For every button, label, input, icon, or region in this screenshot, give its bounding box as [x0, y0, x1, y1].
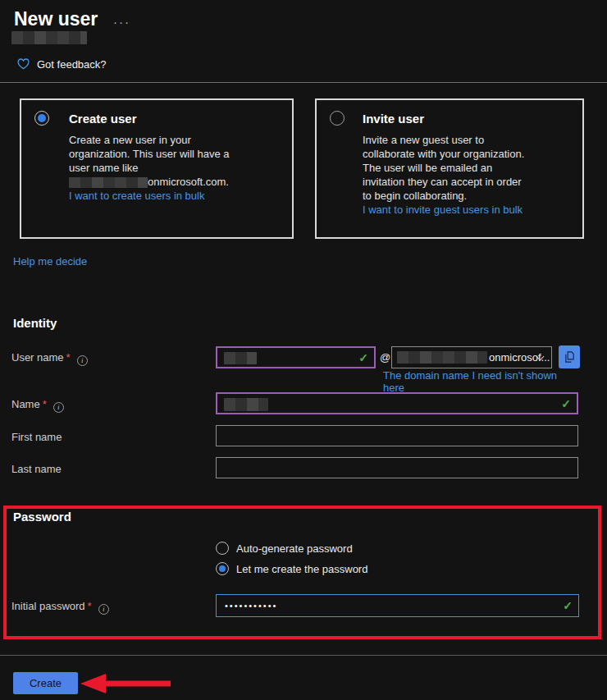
check-icon: ✓	[563, 599, 573, 612]
password-heading: Password	[13, 510, 71, 524]
required-asterisk: *	[66, 351, 71, 364]
create-user-card[interactable]: Create user Create a new user in your or…	[20, 98, 294, 239]
copy-icon	[564, 350, 576, 364]
create-user-title: Create user	[69, 112, 285, 126]
annotation-arrow	[79, 671, 177, 696]
got-feedback-link[interactable]: Got feedback?	[16, 57, 107, 71]
auto-generate-radio[interactable]	[216, 542, 229, 555]
required-asterisk: *	[88, 600, 92, 612]
invite-user-card[interactable]: Invite user Invite a new guest user to c…	[315, 98, 584, 239]
identity-heading: Identity	[13, 316, 57, 330]
new-user-blade: New user ··· Got feedback? Create user C…	[0, 0, 607, 700]
auto-generate-label: Auto-generate password	[236, 542, 353, 555]
first-name-label: First name	[11, 431, 62, 443]
redacted-subtitle	[11, 31, 87, 44]
let-me-create-label: Let me create the password	[236, 563, 367, 575]
bulk-create-link[interactable]: I want to create users in bulk	[69, 189, 285, 203]
info-icon[interactable]: i	[77, 355, 88, 366]
create-user-radio[interactable]	[34, 111, 49, 126]
heart-icon	[16, 57, 30, 71]
name-label: Name*i	[11, 398, 64, 413]
let-me-create-radio[interactable]	[216, 562, 229, 575]
invite-user-description: Invite a new guest user to collaborate w…	[363, 133, 576, 217]
user-name-input[interactable]: ✓	[216, 346, 376, 368]
help-me-decide-link[interactable]: Help me decide	[13, 255, 87, 268]
more-menu-icon[interactable]: ···	[113, 15, 130, 29]
info-icon[interactable]: i	[98, 604, 109, 615]
required-asterisk: *	[43, 398, 47, 410]
check-icon: ✓	[561, 397, 571, 410]
name-input[interactable]: ✓	[216, 392, 578, 414]
domain-dropdown[interactable]: onmicrosof...	[391, 346, 552, 368]
redacted-name	[224, 398, 268, 411]
first-name-input[interactable]	[216, 425, 578, 446]
at-sign: @	[380, 351, 390, 364]
bulk-invite-link[interactable]: I want to invite guest users in bulk	[363, 203, 576, 217]
initial-password-label: Initial password*i	[11, 600, 109, 615]
create-button[interactable]: Create	[13, 672, 78, 694]
masked-password: •••••••••••	[225, 601, 277, 611]
initial-password-input[interactable]: ••••••••••• ✓	[216, 594, 579, 617]
redacted-domain-prefix	[397, 351, 487, 364]
page-title: New user	[14, 8, 98, 30]
create-user-description: Create a new user in your organization. …	[69, 133, 285, 203]
check-icon: ✓	[358, 351, 368, 364]
user-name-label: User name*i	[11, 351, 88, 366]
invite-user-title: Invite user	[363, 112, 576, 126]
last-name-label: Last name	[11, 463, 62, 475]
got-feedback-label: Got feedback?	[37, 58, 107, 71]
redacted-domain-example	[69, 177, 148, 188]
footer-divider	[0, 655, 607, 656]
domain-not-shown-link[interactable]: The domain name I need isn't shown here	[383, 369, 580, 394]
invite-user-radio[interactable]	[330, 111, 345, 126]
last-name-input[interactable]	[216, 457, 578, 478]
header-divider	[0, 82, 607, 83]
info-icon[interactable]: i	[53, 402, 64, 413]
copy-button[interactable]	[559, 345, 580, 368]
redacted-user-name	[224, 352, 257, 364]
